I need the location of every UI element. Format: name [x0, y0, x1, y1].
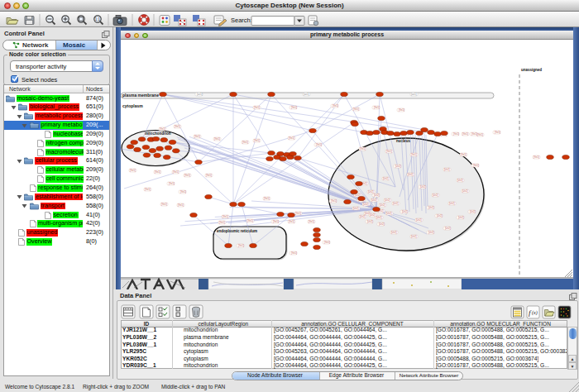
svg-text:[Ur2]: [Ur2] [374, 194, 380, 197]
svg-text:[Ye1]: [Ye1] [169, 182, 175, 185]
svg-text:[se1]: [se1] [197, 93, 203, 96]
svg-text:[Ur2]: [Ur2] [420, 185, 426, 189]
svg-text:[Ye1]: [Ye1] [273, 220, 279, 223]
svg-text:[Ur2]: [Ur2] [444, 168, 450, 171]
svg-text:[Ur2]: [Ur2] [353, 207, 359, 210]
svg-text:[Ye1]: [Ye1] [219, 221, 225, 224]
svg-text:[Ur2]: [Ur2] [386, 212, 392, 215]
svg-text:mitochondrion: mitochondrion [145, 131, 171, 136]
svg-text:[Ye1]: [Ye1] [477, 133, 483, 136]
svg-text:[Ye1]: [Ye1] [471, 132, 477, 136]
svg-text:[Ye1]: [Ye1] [194, 135, 200, 138]
svg-text:endoplasmic reticulum: endoplasmic reticulum [217, 229, 257, 233]
svg-text:[Ur2]: [Ur2] [367, 220, 373, 223]
svg-text:[Ur2]: [Ur2] [428, 206, 434, 209]
svg-text:[Ye1]: [Ye1] [331, 199, 337, 203]
svg-text:[Ye1]: [Ye1] [178, 203, 184, 207]
svg-text:(x): (x) [532, 310, 538, 316]
svg-text:[Ye1]: [Ye1] [399, 108, 404, 112]
svg-text:[Ur2]: [Ur2] [437, 214, 443, 218]
svg-text:[Ye1]: [Ye1] [360, 147, 366, 151]
svg-text:[Ur2]: [Ur2] [449, 202, 455, 205]
svg-text:nucleus: nucleus [396, 139, 411, 143]
svg-text:[Ye1]: [Ye1] [461, 153, 467, 156]
svg-text:[Ye1]: [Ye1] [238, 244, 244, 247]
svg-text:[Ur2]: [Ur2] [445, 227, 451, 230]
svg-text:[Ye1]: [Ye1] [386, 150, 392, 153]
svg-text:[Ye1]: [Ye1] [411, 153, 417, 156]
svg-text:[Ur2]: [Ur2] [458, 216, 464, 219]
svg-text:[Ye1]: [Ye1] [495, 131, 500, 134]
svg-text:[Ur2]: [Ur2] [393, 202, 399, 205]
svg-text:[Ur2]: [Ur2] [470, 210, 476, 213]
svg-text:[Ur2]: [Ur2] [368, 190, 374, 194]
svg-text:[Ye1]: [Ye1] [534, 155, 539, 159]
svg-text:[Ur2]: [Ur2] [428, 231, 434, 234]
svg-text:[Ye1]: [Ye1] [324, 241, 330, 244]
svg-text:[Ur2]: [Ur2] [402, 210, 408, 213]
svg-text:[Ur2]: [Ur2] [370, 213, 376, 217]
svg-text:[Ye1]: [Ye1] [316, 143, 322, 146]
svg-text:[Ye1]: [Ye1] [145, 188, 151, 191]
svg-text:[Ye1]: [Ye1] [309, 220, 314, 223]
svg-text:unassigned: unassigned [521, 68, 542, 72]
svg-text:[Ye1]: [Ye1] [473, 164, 479, 167]
svg-text:Search:: Search: [231, 17, 252, 24]
svg-text:[Ye1]: [Ye1] [264, 197, 270, 200]
svg-text:[Ye1]: [Ye1] [130, 169, 136, 172]
svg-text:[Ye1]: [Ye1] [173, 170, 179, 174]
svg-text:[Ur2]: [Ur2] [363, 203, 369, 206]
svg-text:[Ye1]: [Ye1] [155, 170, 160, 174]
svg-text:[Ye1]: [Ye1] [160, 127, 165, 131]
svg-text:1:1: 1:1 [95, 17, 101, 22]
svg-text:[Ur2]: [Ur2] [416, 218, 422, 222]
svg-text:[Ur2]: [Ur2] [376, 216, 382, 219]
svg-text:[Ye1]: [Ye1] [175, 125, 180, 128]
svg-text:[Ur2]: [Ur2] [371, 198, 377, 202]
svg-text:[Ye1]: [Ye1] [184, 174, 190, 177]
svg-text:[Ur2]: [Ur2] [391, 231, 397, 234]
svg-text:[se1]: [se1] [411, 93, 417, 96]
svg-text:[Ur2]: [Ur2] [462, 189, 468, 193]
svg-text:[Ur2]: [Ur2] [408, 173, 414, 176]
svg-text:[Ye1]: [Ye1] [289, 136, 294, 140]
svg-text:[Ye1]: [Ye1] [374, 106, 380, 109]
svg-text:[Ur2]: [Ur2] [395, 165, 401, 168]
svg-text:[Ye1]: [Ye1] [333, 104, 338, 108]
svg-text:[Ye1]: [Ye1] [206, 174, 212, 177]
svg-text:[Ur2]: [Ur2] [433, 194, 438, 197]
svg-text:[Ur2]: [Ur2] [411, 235, 417, 238]
svg-text:[Ye1]: [Ye1] [161, 203, 167, 206]
svg-text:[Ye1]: [Ye1] [223, 215, 228, 218]
svg-text:[Ye1]: [Ye1] [214, 137, 220, 141]
svg-text:[Ye1]: [Ye1] [291, 106, 297, 109]
svg-text:plasma membrane: plasma membrane [122, 93, 159, 98]
svg-text:[Ur2]: [Ur2] [385, 198, 390, 202]
svg-text:[Ye1]: [Ye1] [462, 132, 468, 136]
svg-text:[Ur2]: [Ur2] [383, 177, 389, 180]
svg-text:[Ye1]: [Ye1] [353, 108, 359, 111]
svg-text:[se1]: [se1] [304, 93, 309, 96]
svg-text:[Ye1]: [Ye1] [242, 141, 248, 144]
svg-text:[Ur2]: [Ur2] [379, 222, 385, 226]
svg-text:[Ur2]: [Ur2] [360, 215, 366, 218]
svg-text:[Ye1]: [Ye1] [180, 190, 186, 194]
svg-text:cytoplasm: cytoplasm [122, 103, 143, 108]
svg-text:[Ye1]: [Ye1] [289, 220, 294, 223]
svg-text:[Ye1]: [Ye1] [295, 212, 301, 215]
svg-text:[Ye1]: [Ye1] [254, 106, 260, 109]
svg-text:[Ye1]: [Ye1] [247, 219, 253, 222]
svg-text:[Ur2]: [Ur2] [457, 179, 463, 182]
svg-text:[Ye1]: [Ye1] [291, 251, 297, 255]
svg-text:[Ye1]: [Ye1] [254, 139, 260, 142]
svg-text:[Ur2]: [Ur2] [380, 203, 385, 207]
svg-text:[Ye1]: [Ye1] [453, 132, 459, 136]
